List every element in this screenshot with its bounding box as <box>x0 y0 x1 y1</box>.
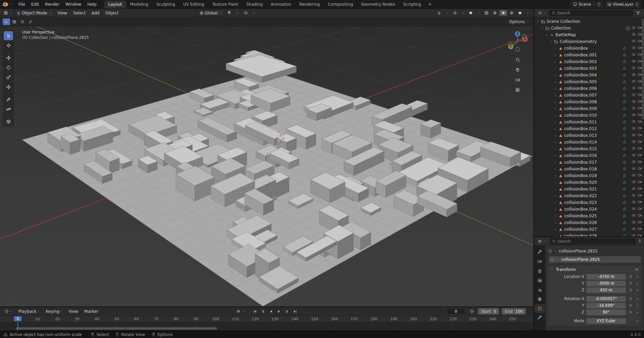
hide-toggle[interactable] <box>632 126 636 131</box>
transform-value-field[interactable]: 450 m <box>586 287 626 293</box>
properties-search-input[interactable] <box>557 239 634 244</box>
blender-app-menu[interactable] <box>0 0 15 8</box>
next-keyframe-button[interactable] <box>283 308 291 315</box>
playhead[interactable]: 0 <box>14 316 22 321</box>
workspace-tab-compositing[interactable]: Compositing <box>324 1 357 8</box>
render-toggle[interactable] <box>638 173 642 178</box>
transform-value-field[interactable]: 90° <box>586 309 626 315</box>
outliner-row[interactable]: collisionBox.004 <box>534 72 644 78</box>
disclosure-closed-icon[interactable] <box>553 67 557 70</box>
hide-toggle[interactable] <box>632 113 636 118</box>
render-toggle[interactable] <box>638 52 642 58</box>
new-scene-icon[interactable] <box>597 2 601 6</box>
disclosure-closed-icon[interactable] <box>553 87 557 91</box>
outliner-row[interactable]: collisionBox.009 <box>534 105 644 112</box>
hide-toggle[interactable] <box>632 193 636 199</box>
overlays-chevron[interactable] <box>475 11 482 15</box>
tool-rotate[interactable] <box>4 63 13 72</box>
animate-decorator[interactable] <box>635 290 639 291</box>
properties-tab-output[interactable] <box>535 267 545 275</box>
shading-options-chevron[interactable] <box>525 11 531 15</box>
transform-value-field[interactable]: XYZ Euler <box>586 318 626 324</box>
outliner-search[interactable] <box>549 10 633 16</box>
disclosure-closed-icon[interactable] <box>553 181 557 184</box>
disclosure-open-icon[interactable] <box>540 26 544 30</box>
render-toggle[interactable] <box>638 146 642 152</box>
outliner-row[interactable]: collisionBox.012 <box>534 125 644 132</box>
outliner-row[interactable]: collisionBox.014 <box>534 139 644 146</box>
outliner-row[interactable]: Scene Collection <box>534 18 644 25</box>
disclosure-closed-icon[interactable] <box>553 73 557 77</box>
workspace-tab-scripting[interactable]: Scripting <box>399 1 425 8</box>
viewport-menu-add[interactable]: Add <box>89 11 102 15</box>
outliner-row[interactable]: collisionBox.021 <box>534 186 644 192</box>
previous-keyframe-button[interactable] <box>259 308 267 315</box>
shading-rendered-button[interactable] <box>516 10 524 16</box>
hide-toggle[interactable] <box>632 106 636 111</box>
outliner-row[interactable]: collisionBox.027 <box>534 226 644 233</box>
disclosure-closed-icon[interactable] <box>553 154 557 158</box>
disclosure-closed-icon[interactable] <box>553 60 557 64</box>
hide-toggle[interactable] <box>632 180 636 185</box>
transform-value-field[interactable]: -3000 m <box>586 281 626 286</box>
viewport-menu-object[interactable]: Object <box>102 11 121 15</box>
add-workspace-button[interactable]: + <box>425 0 435 8</box>
outliner-row[interactable]: collisionBox.002 <box>534 58 644 65</box>
render-toggle[interactable] <box>638 99 642 105</box>
render-toggle[interactable] <box>638 93 642 98</box>
jump-to-end-button[interactable] <box>291 308 299 315</box>
outliner-row[interactable]: collisionBox <box>534 45 644 52</box>
jump-to-start-button[interactable] <box>251 308 259 315</box>
disclosure-closed-icon[interactable] <box>553 147 557 151</box>
disclosure-open-icon[interactable] <box>549 40 553 44</box>
animate-decorator[interactable] <box>635 312 639 313</box>
properties-tab-scene[interactable] <box>535 285 545 294</box>
hide-toggle[interactable] <box>632 233 636 236</box>
hide-toggle[interactable] <box>632 186 636 192</box>
hide-toggle[interactable] <box>632 139 636 145</box>
render-toggle[interactable] <box>638 39 642 44</box>
hide-toggle[interactable] <box>632 200 636 205</box>
render-toggle[interactable] <box>638 72 642 78</box>
render-toggle[interactable] <box>638 139 642 145</box>
tool-move[interactable] <box>4 53 13 62</box>
outliner-row[interactable]: collisionBox.005 <box>534 78 644 85</box>
auto-keying-toggle[interactable] <box>234 308 242 315</box>
properties-tab-modifiers[interactable] <box>535 314 545 322</box>
hide-toggle[interactable] <box>632 46 636 51</box>
proportional-options-button[interactable] <box>251 11 257 15</box>
outliner-row[interactable]: collisionBox.026 <box>534 219 644 226</box>
mode-select[interactable]: Object Mode <box>15 10 54 16</box>
view-layer-selector[interactable]: ViewLayer <box>605 1 641 8</box>
frame-start-field[interactable]: Start 0 <box>478 308 499 315</box>
workspace-tab-animation[interactable]: Animation <box>267 1 295 8</box>
workspace-tab-rendering[interactable]: Rendering <box>295 1 324 8</box>
animate-decorator[interactable] <box>635 305 639 306</box>
disclosure-closed-icon[interactable] <box>553 228 557 231</box>
disclosure-closed-icon[interactable] <box>553 161 557 164</box>
disclosure-closed-icon[interactable] <box>553 80 557 84</box>
options-dropdown[interactable]: Options <box>509 19 531 24</box>
tool-select-box[interactable] <box>4 31 13 40</box>
workspace-tab-uv-editing[interactable]: UV Editing <box>179 1 208 8</box>
timeline-menu-playback[interactable]: Playback <box>15 309 43 314</box>
render-toggle[interactable] <box>638 133 642 138</box>
animate-decorator[interactable] <box>635 298 639 299</box>
disclosure-closed-icon[interactable] <box>553 194 557 198</box>
lock-toggle[interactable] <box>629 274 633 279</box>
selectability-visibility-button[interactable] <box>435 10 443 16</box>
xray-toggle[interactable] <box>483 10 490 16</box>
hide-toggle[interactable] <box>632 32 636 38</box>
hide-toggle[interactable] <box>632 207 636 212</box>
transform-value-field[interactable]: -4750 m <box>586 274 626 280</box>
render-toggle[interactable] <box>638 220 642 225</box>
panel-menu-icon[interactable] <box>635 267 639 272</box>
outliner-row[interactable]: collisionBox.025 <box>534 213 644 219</box>
render-toggle[interactable] <box>638 160 642 165</box>
selectability-chevron[interactable] <box>444 11 450 15</box>
lock-toggle[interactable] <box>629 281 633 286</box>
viewport-canvas[interactable]: User Perspective (0) Collection | collis… <box>0 26 533 306</box>
disclosure-closed-icon[interactable] <box>553 120 557 124</box>
tool-add-cube[interactable] <box>4 117 13 126</box>
transform-value-field[interactable]: -0.000057° <box>586 296 626 302</box>
